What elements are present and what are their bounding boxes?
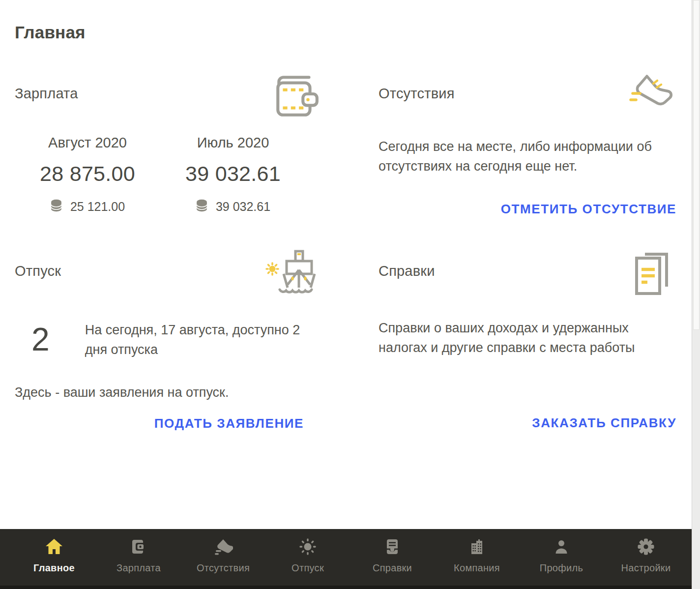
salary-card-title: Зарплата [15,86,78,102]
nav-item-salary[interactable]: Зарплата [96,537,181,574]
sun-icon [298,537,317,557]
vacation-card[interactable]: Отпуск [15,248,321,431]
nav-item-company[interactable]: Компания [435,537,519,574]
month-amount: 39 032.61 [160,162,306,186]
nav-item-label: Профиль [540,562,583,574]
certificates-card-title: Справки [379,263,435,279]
cards-grid: Зарплата Август 2020 [15,71,676,431]
salary-month-previous[interactable]: Июль 2020 39 032.61 39 032.61 [160,135,306,214]
absences-card-title: Отсутствия [379,86,455,102]
mark-absence-button[interactable]: ОТМЕТИТЬ ОТСУТСТВИЕ [501,202,676,217]
documents-icon [629,248,676,300]
nav-item-label: Компания [454,562,500,574]
bottom-navigation: Главное Зарплата Отсутств [0,529,700,589]
nav-item-vacation[interactable]: Отпуск [265,537,350,574]
coins-icon [196,199,208,214]
salary-month-current[interactable]: Август 2020 28 875.00 25 121.00 [15,135,160,214]
nav-item-home[interactable]: Главное [12,537,96,574]
app-home-screen: Главная Зарплата [0,0,700,589]
nav-item-label: Отпуск [292,562,324,574]
sneaker-icon [629,71,676,119]
vacation-note: Здесь - ваши заявления на отпуск. [15,385,321,400]
gear-icon [637,537,655,557]
scrollbar-thumb[interactable] [693,0,700,330]
salary-card[interactable]: Зарплата Август 2020 [15,71,321,217]
home-icon [45,537,63,557]
ship-icon [264,248,321,298]
page-title: Главная [15,23,676,42]
month-label: Июль 2020 [160,135,306,151]
vacation-card-title: Отпуск [15,263,61,279]
month-sub-amount: 25 121.00 [70,200,125,214]
nav-item-absences[interactable]: Отсутствия [181,537,265,574]
nav-item-label: Отсутствия [197,562,250,574]
nav-item-certificates[interactable]: Справки [350,537,435,574]
nav-item-label: Настройки [621,562,671,574]
building-icon [468,537,486,557]
order-certificate-button[interactable]: ЗАКАЗАТЬ СПРАВКУ [532,415,676,431]
sneaker-icon [213,537,233,557]
person-icon [553,537,570,557]
wallet-icon [130,537,147,557]
vacation-days-count: 2 [31,323,50,355]
nav-item-label: Главное [33,562,75,574]
nav-item-label: Зарплата [117,562,161,574]
wallet-icon [272,71,321,122]
document-icon [383,537,401,557]
absences-card[interactable]: Отсутствия Сегодня все на месте, либо ин… [379,71,676,217]
main-content: Главная Зарплата [0,0,700,431]
month-amount: 28 875.00 [15,162,160,186]
certificates-description: Справки о ваших доходах и удержанных нал… [379,318,676,357]
vertical-scrollbar[interactable] [692,0,700,589]
month-sub-amount: 39 032.61 [216,200,270,214]
certificates-card[interactable]: Справки Справки о ваших [379,248,676,431]
submit-vacation-request-button[interactable]: ПОДАТЬ ЗАЯВЛЕНИЕ [154,416,304,431]
absences-description: Сегодня все на месте, либо информации об… [379,137,676,176]
coins-icon [50,199,62,214]
salary-months: Август 2020 28 875.00 25 121.00 [15,135,321,214]
nav-item-settings[interactable]: Настройки [604,537,688,574]
nav-item-label: Справки [373,562,412,574]
nav-item-profile[interactable]: Профиль [519,537,604,574]
month-label: Август 2020 [15,135,160,151]
vacation-description: На сегодня, 17 августа, доступно 2 дня о… [85,320,321,359]
